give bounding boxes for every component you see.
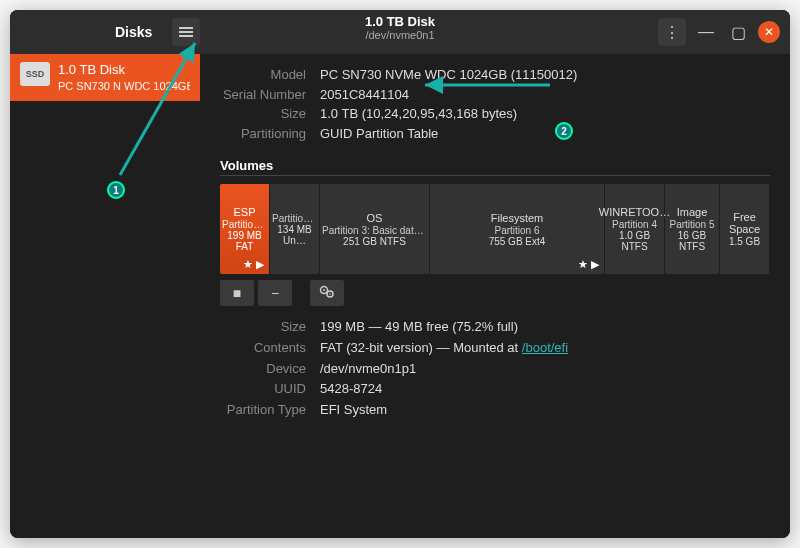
close-icon: ✕ <box>764 25 774 39</box>
volume-size: 199 MB FAT <box>222 230 267 252</box>
volume-sub: Partition 3: Basic data … <box>322 225 427 236</box>
window-title: 1.0 TB Disk /dev/nvme0n1 <box>365 14 435 41</box>
drive-options-button[interactable]: ⋮ <box>658 18 686 46</box>
size-value: 1.0 TB (10,24,20,95,43,168 bytes) <box>320 104 517 124</box>
gears-icon <box>319 285 335 302</box>
volume-sub: Partition 4 <box>612 219 657 230</box>
unmount-button[interactable]: ■ <box>220 280 254 306</box>
kebab-icon: ⋮ <box>664 23 680 42</box>
annotation-badge-1: 1 <box>107 181 125 199</box>
disk-title: 1.0 TB Disk <box>365 14 435 29</box>
volume-size: 134 MB Un… <box>272 224 317 246</box>
volume-name: Image <box>677 206 708 218</box>
size-label: Size <box>220 104 320 124</box>
svg-point-1 <box>323 289 325 291</box>
volume-filesystem[interactable]: Filesystem Partition 6 755 GB Ext4 ★▶ <box>430 184 605 274</box>
partition-uuid-label: UUID <box>220 379 320 400</box>
partition-options-button[interactable] <box>310 280 344 306</box>
partitioning-value: GUID Partition Table <box>320 124 438 144</box>
partition-uuid-value: 5428-8724 <box>320 379 382 400</box>
serial-value: 2051C8441104 <box>320 85 409 105</box>
partition-device-value: /dev/nvme0n1p1 <box>320 359 416 380</box>
star-icon: ★ <box>243 258 253 271</box>
svg-line-4 <box>120 43 195 175</box>
volume-name: WINRETOO… <box>599 206 670 218</box>
play-icon: ▶ <box>591 258 599 271</box>
volume-size: 1.5 GB <box>729 236 760 247</box>
annotation-arrow-1 <box>110 35 230 185</box>
annotation-badge-2: 2 <box>555 122 573 140</box>
volume-image[interactable]: Image Partition 5 16 GB NTFS <box>665 184 720 274</box>
stop-icon: ■ <box>233 285 241 301</box>
volume-name: Filesystem <box>491 212 544 224</box>
volume-size: 251 GB NTFS <box>343 236 406 247</box>
minus-icon: − <box>271 285 279 301</box>
partition-size-value: 199 MB — 49 MB free (75.2% full) <box>320 317 518 338</box>
mount-link[interactable]: /boot/efi <box>522 340 568 355</box>
partition-contents-label: Contents <box>220 338 320 359</box>
annotation-arrow-2 <box>420 75 560 95</box>
minimize-button[interactable]: — <box>694 20 718 44</box>
volume-esp[interactable]: ESP Partition 1... 199 MB FAT ★▶ <box>220 184 270 274</box>
partitioning-label: Partitioning <box>220 124 320 144</box>
partition-size-label: Size <box>220 317 320 338</box>
volume-os[interactable]: OS Partition 3: Basic data … 251 GB NTFS <box>320 184 430 274</box>
svg-point-3 <box>329 293 331 295</box>
play-icon: ▶ <box>256 258 264 271</box>
star-icon: ★ <box>578 258 588 271</box>
partition-type-value: EFI System <box>320 400 387 421</box>
volume-name: ESP <box>233 206 255 218</box>
volumes-bar: ESP Partition 1... 199 MB FAT ★▶ Partiti… <box>220 184 770 274</box>
volume-size: 16 GB NTFS <box>667 230 717 252</box>
volume-winretools[interactable]: WINRETOO… Partition 4 1.0 GB NTFS <box>605 184 665 274</box>
minimize-icon: — <box>698 23 714 41</box>
partition-type-label: Partition Type <box>220 400 320 421</box>
volume-sub: Partition 5 <box>669 219 714 230</box>
partition-contents-value: FAT (32-bit version) — Mounted at <box>320 340 522 355</box>
volume-free-space[interactable]: Free Space 1.5 GB <box>720 184 770 274</box>
model-label: Model <box>220 65 320 85</box>
volume-sub: Partition 6 <box>494 225 539 236</box>
delete-partition-button[interactable]: − <box>258 280 292 306</box>
maximize-icon: ▢ <box>731 23 746 42</box>
close-button[interactable]: ✕ <box>758 21 780 43</box>
volume-partition2[interactable]: Partition 2… 134 MB Un… <box>270 184 320 274</box>
ssd-icon: SSD <box>20 62 50 86</box>
serial-label: Serial Number <box>220 85 320 105</box>
volume-name: OS <box>367 212 383 224</box>
partition-device-label: Device <box>220 359 320 380</box>
disk-path: /dev/nvme0n1 <box>365 29 435 41</box>
maximize-button[interactable]: ▢ <box>726 20 750 44</box>
volume-sub: Partition 1... <box>222 219 267 230</box>
volumes-header: Volumes <box>220 158 770 176</box>
volume-size: 755 GB Ext4 <box>489 236 546 247</box>
volume-name: Free Space <box>722 211 767 235</box>
volume-size: 1.0 GB NTFS <box>607 230 662 252</box>
volume-sub: Partition 2… <box>272 213 317 224</box>
